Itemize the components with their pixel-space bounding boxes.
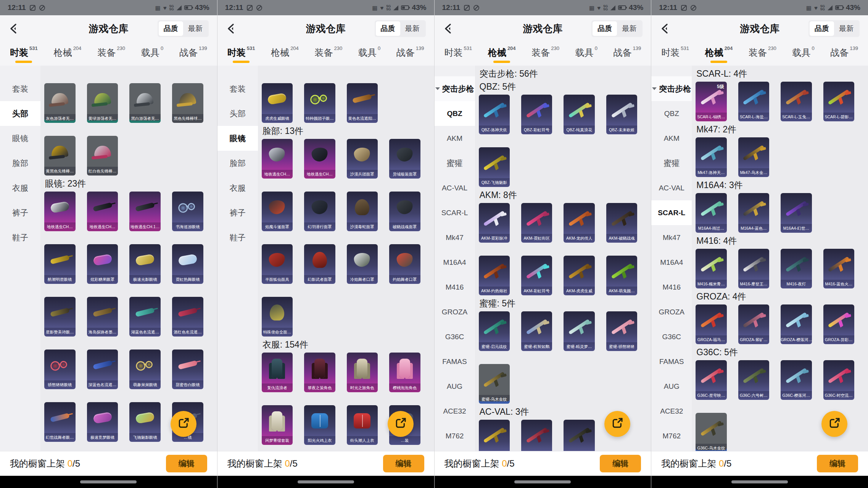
item-tile[interactable]: M416-蓝色火… bbox=[823, 249, 854, 288]
sidebar-item-glasses[interactable]: 眼镜 bbox=[217, 126, 258, 151]
item-tile[interactable]: 闲梦青缎套装 bbox=[262, 405, 293, 445]
item-tile[interactable]: 酷潮明星眼镜 bbox=[44, 244, 76, 284]
tab-vehicles[interactable]: 载具0 bbox=[358, 47, 380, 63]
item-tile[interactable]: 极速竞梦眼镜 bbox=[87, 402, 118, 442]
sidebar-item-g36c[interactable]: G36C bbox=[651, 324, 692, 349]
tab-supplies[interactable]: 战备139 bbox=[396, 47, 424, 63]
sidebar-item-aug[interactable]: AUG bbox=[435, 374, 475, 399]
sidebar-item-akm[interactable]: AKM bbox=[435, 126, 475, 151]
share-fab[interactable] bbox=[604, 411, 630, 437]
item-tile[interactable]: SCAR-L-海盐… bbox=[738, 82, 769, 121]
sidebar-item-famas[interactable]: FAMAS bbox=[435, 349, 475, 374]
sidebar-item-mk47[interactable]: Mk47 bbox=[435, 225, 475, 250]
item-tile[interactable]: 蜜獾-骄憨猪猪 bbox=[606, 311, 637, 351]
item-tile[interactable] bbox=[479, 420, 510, 451]
item-tile[interactable]: 幻羽潜行面罩 bbox=[304, 192, 335, 231]
item-tile[interactable]: 灼焰舞者口罩 bbox=[389, 244, 420, 284]
tab-weapons[interactable]: 枪械204 bbox=[271, 47, 299, 63]
item-tile[interactable]: 黑色先锋棒球… bbox=[172, 83, 203, 123]
item-tile[interactable]: Mk47-乌木金… bbox=[738, 137, 769, 177]
sidebar-item-shoes[interactable]: 鞋子 bbox=[217, 225, 258, 250]
item-tile[interactable]: M416-摩登王… bbox=[738, 249, 769, 288]
back-button[interactable] bbox=[226, 23, 237, 35]
tab-gear[interactable]: 装备230 bbox=[531, 47, 559, 63]
item-tile[interactable]: QBZ-洛神天依 bbox=[479, 95, 510, 134]
sidebar-item-pants[interactable]: 裤子 bbox=[0, 200, 40, 225]
tab-weapons[interactable]: 枪械204 bbox=[705, 47, 733, 63]
item-tile[interactable]: 黄黑色先锋棒… bbox=[44, 136, 76, 176]
tab-gear[interactable]: 装备230 bbox=[749, 47, 776, 63]
sort-quality-button[interactable]: 品质 bbox=[159, 21, 183, 36]
item-tile[interactable]: M16A4-幻世… bbox=[781, 193, 812, 233]
item-tile[interactable]: G36C-乌木金纹 bbox=[696, 413, 726, 451]
sort-quality-button[interactable]: 品质 bbox=[810, 21, 834, 36]
item-tile[interactable]: AKM-灼热熔岩 bbox=[479, 256, 510, 295]
item-tile[interactable]: 虎虎生威眼镜 bbox=[262, 83, 293, 123]
item-tile[interactable]: SCAR-L-玉兔… bbox=[781, 82, 812, 121]
item-tile[interactable]: AKM-霓虹街区 bbox=[521, 203, 552, 243]
sidebar-item-suits[interactable]: 套装 bbox=[217, 76, 258, 101]
item-tile[interactable]: 深蓝色名流遮… bbox=[87, 349, 118, 389]
item-tile[interactable]: AKM-龙的传人 bbox=[564, 203, 594, 243]
item-tile[interactable]: M416-糯米青… bbox=[696, 249, 726, 288]
sidebar-item-pants[interactable]: 裤子 bbox=[217, 200, 258, 225]
item-tile[interactable]: 时光之旅角色 bbox=[347, 353, 378, 392]
sidebar-item-scar-l[interactable]: SCAR-L bbox=[651, 200, 692, 225]
tab-fashion[interactable]: 时装531 bbox=[444, 47, 472, 63]
home-indicator[interactable] bbox=[731, 480, 788, 483]
item-tile[interactable]: 樱桃泡泡角色 bbox=[389, 353, 420, 392]
item-tile[interactable]: AKM-破晓战魂 bbox=[606, 203, 637, 243]
edit-button[interactable]: 编辑 bbox=[600, 455, 641, 472]
item-tile[interactable]: 霓虹热舞眼镜 bbox=[172, 244, 203, 284]
item-tile[interactable]: 黄色名流遮阳… bbox=[347, 83, 378, 123]
item-tile[interactable]: 特殊使命全面… bbox=[262, 297, 293, 337]
item-tile[interactable]: 海岛探路者墨… bbox=[87, 297, 118, 337]
sidebar-item-m762[interactable]: M762 bbox=[651, 424, 692, 448]
item-tile[interactable]: GROZA-紫矿… bbox=[738, 304, 769, 344]
item-tile[interactable]: 破晓战魂面罩 bbox=[389, 192, 420, 231]
sidebar-item-head[interactable]: 头部 bbox=[0, 101, 40, 126]
home-indicator[interactable] bbox=[80, 480, 137, 483]
sidebar-group-assault-rifle[interactable]: 突击步枪 bbox=[651, 76, 692, 101]
sort-latest-button[interactable]: 最新 bbox=[834, 21, 858, 36]
item-tile[interactable]: Mk47-洛神天… bbox=[696, 137, 726, 177]
tab-fashion[interactable]: 时装531 bbox=[661, 47, 689, 63]
tab-supplies[interactable]: 战备139 bbox=[830, 47, 858, 63]
sidebar-item-m416[interactable]: M416 bbox=[651, 275, 692, 300]
sidebar-item-suits[interactable]: 套装 bbox=[0, 76, 40, 101]
item-tile[interactable]: GROZA-樱落河… bbox=[781, 304, 812, 344]
item-tile[interactable]: 黑白游荡者无… bbox=[129, 83, 161, 123]
item-tile[interactable]: 沙漠兵团面罩 bbox=[347, 139, 378, 179]
item-tile[interactable] bbox=[521, 420, 552, 451]
sort-latest-button[interactable]: 最新 bbox=[183, 21, 208, 36]
back-button[interactable] bbox=[660, 23, 671, 35]
tab-gear[interactable]: 装备230 bbox=[315, 47, 343, 63]
item-tile[interactable]: QBZ-未来歌姬 bbox=[606, 95, 637, 134]
item-scroll-area[interactable]: SCAR-L: 4件5级SCAR-L-锦绣…SCAR-L-海盐…SCAR-L-玉… bbox=[692, 66, 868, 451]
item-tile[interactable]: 红白色先锋棒… bbox=[87, 136, 118, 176]
item-tile[interactable]: 蜜獾-乌木金纹 bbox=[479, 364, 510, 404]
sidebar-item-qbz[interactable]: QBZ bbox=[651, 101, 692, 126]
tab-vehicles[interactable]: 载具0 bbox=[792, 47, 814, 63]
item-tile[interactable]: 阳光火鸡上衣 bbox=[304, 405, 335, 445]
item-tile[interactable]: 炫彩糖果眼罩 bbox=[87, 244, 118, 284]
sort-quality-button[interactable]: 品质 bbox=[593, 21, 617, 36]
item-tile[interactable]: 极速光影眼镜 bbox=[129, 244, 161, 284]
sidebar-item-clothes[interactable]: 衣服 bbox=[217, 176, 258, 200]
item-tile[interactable]: AKM-彩虹符号 bbox=[521, 256, 552, 295]
item-tile[interactable]: 5级SCAR-L-锦绣… bbox=[696, 82, 726, 121]
edit-button[interactable]: 编辑 bbox=[383, 455, 424, 472]
tab-gear[interactable]: 装备230 bbox=[97, 47, 125, 63]
item-tile[interactable]: 焰魔斗篷面罩 bbox=[262, 192, 293, 231]
sidebar-item-ace32[interactable]: ACE32 bbox=[435, 399, 475, 424]
sidebar-item-face[interactable]: 脸部 bbox=[217, 151, 258, 176]
item-tile[interactable]: 异域银装面罩 bbox=[389, 139, 420, 179]
sidebar-item-head[interactable]: 头部 bbox=[217, 101, 258, 126]
sort-quality-button[interactable]: 品质 bbox=[376, 21, 400, 36]
share-fab[interactable] bbox=[821, 411, 847, 437]
sidebar-item-face[interactable]: 脸部 bbox=[0, 151, 40, 176]
item-tile[interactable]: 湖蓝色名流遮… bbox=[129, 297, 161, 337]
sidebar-item-clothes[interactable]: 衣服 bbox=[0, 176, 40, 200]
sidebar-item-honey-badger[interactable]: 蜜獾 bbox=[435, 151, 475, 176]
sidebar-item-g36c[interactable]: G36C bbox=[435, 324, 475, 349]
